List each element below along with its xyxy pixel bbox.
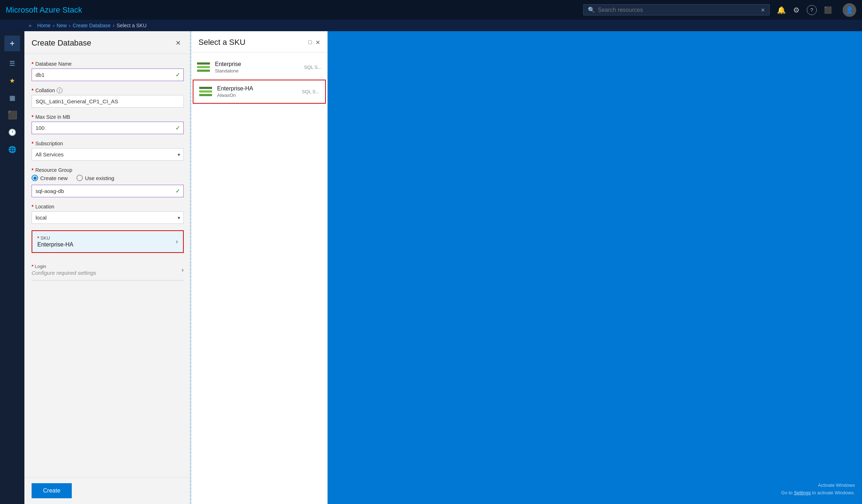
max-size-input[interactable] (32, 122, 184, 134)
sku-value: Enterprise-HA (37, 241, 73, 248)
sku-item-enterprise-ha[interactable]: Enterprise-HA AlwasOn SQL S... (193, 80, 326, 104)
sku-icon-ha-bar-2 (199, 90, 212, 93)
sku-field-label: * SKU (37, 235, 73, 241)
subscription-label-text: Subscription (35, 141, 63, 146)
create-button[interactable]: Create (32, 483, 72, 498)
blue-background-area (328, 31, 862, 504)
create-database-panel-header: Create Database ✕ (24, 31, 191, 54)
sku-label-text: SKU (41, 235, 50, 241)
create-database-close-button[interactable]: ✕ (173, 38, 184, 48)
activate-windows-line1: Activate Windows (781, 482, 855, 489)
required-star-login: * (32, 264, 33, 269)
sku-field[interactable]: * SKU Enterprise-HA › (32, 230, 184, 253)
required-star-rg: * (32, 167, 33, 173)
required-star-sku: * (37, 235, 39, 241)
use-existing-radio[interactable]: Use existing (76, 175, 114, 181)
sidebar-item-dashboard[interactable]: ▦ (4, 90, 20, 106)
required-star-name: * (32, 61, 33, 67)
breadcrumb-create-database[interactable]: Create Database (73, 23, 111, 28)
login-field[interactable]: * Login Configure required settings › (32, 259, 184, 281)
topbar-icons: 🔔 ⚙ ? ⬛ 👤 (777, 3, 856, 17)
breadcrumb-select-sku: Select a SKU (117, 23, 146, 28)
dashboard-icon: ▦ (9, 94, 15, 102)
search-bar[interactable]: 🔍 ✕ (583, 4, 770, 15)
collation-input[interactable] (32, 95, 184, 108)
breadcrumb-home[interactable]: Home (37, 23, 51, 28)
sku-icon-bar-3 (197, 70, 210, 72)
subscription-select[interactable]: All Services (32, 148, 184, 161)
search-icon: 🔍 (588, 6, 595, 13)
create-database-form: * Database Name ✓ * Collation i (24, 54, 191, 477)
sku-enterprise-subtitle: Standalone (215, 68, 239, 74)
breadcrumb-sep-2: › (69, 23, 71, 28)
login-value: Configure required settings (32, 270, 96, 276)
bell-icon[interactable]: 🔔 (777, 6, 786, 14)
required-star-location: * (32, 204, 33, 209)
sku-icon-bar-2 (197, 66, 210, 68)
sku-list: Enterprise Standalone SQL S... (191, 52, 327, 108)
sku-enterprise-ha-name: Enterprise-HA (217, 85, 297, 92)
activate-windows-go-to: Go to (781, 490, 794, 495)
panel-divider (190, 31, 191, 504)
subscription-select-wrapper: All Services ▾ (32, 148, 184, 161)
database-name-label-text: Database Name (35, 61, 71, 67)
gear-icon[interactable]: ⚙ (793, 6, 800, 14)
help-icon[interactable]: ? (807, 5, 817, 15)
sku-panel-title: Select a SKU (198, 38, 245, 47)
plus-icon: + (10, 38, 15, 48)
create-database-footer: Create (24, 477, 191, 504)
sku-panel-minimize-button[interactable]: □ (308, 39, 312, 46)
resource-group-input[interactable] (32, 185, 184, 197)
activate-windows-settings-link[interactable]: Settings (794, 490, 811, 495)
sidebar-item-menu[interactable]: ☰ (4, 56, 20, 71)
create-database-title: Create Database (32, 38, 91, 48)
avatar-icon: 👤 (845, 6, 853, 14)
sku-enterprise-ha-subtitle: AlwasOn (217, 93, 236, 98)
location-group: * Location local ▾ (32, 204, 184, 224)
use-existing-radio-circle (76, 175, 83, 181)
collation-info-icon[interactable]: i (57, 88, 62, 93)
breadcrumb-sep-3: › (113, 23, 114, 28)
breadcrumb-new[interactable]: New (57, 23, 67, 28)
sku-item-enterprise[interactable]: Enterprise Standalone SQL S... (191, 56, 327, 79)
app-title: Microsoft Azure Stack (6, 5, 82, 15)
sku-panel-close-button[interactable]: ✕ (315, 39, 320, 46)
resources-icon: ⬛ (8, 110, 17, 120)
database-name-input-wrapper: ✓ (32, 69, 184, 81)
avatar[interactable]: 👤 (843, 3, 856, 17)
globe-icon: 🌐 (8, 146, 16, 154)
database-name-input[interactable] (32, 69, 184, 81)
topbar: Microsoft Azure Stack 🔍 ✕ 🔔 ⚙ ? ⬛ 👤 (0, 0, 862, 20)
location-select[interactable]: local (32, 211, 184, 224)
create-new-radio[interactable]: Create new (32, 175, 68, 181)
sidebar-item-resources[interactable]: ⬛ (4, 107, 20, 123)
sidebar-item-favorites[interactable]: ★ (4, 73, 20, 89)
max-size-label: * Max Size in MB (32, 114, 184, 120)
sku-panel-actions: □ ✕ (308, 39, 320, 46)
sku-enterprise-ha-icon (199, 87, 212, 97)
breadcrumb-expand[interactable]: » (29, 23, 32, 28)
resource-group-input-wrapper: ✓ (32, 185, 184, 197)
max-size-check-icon: ✓ (175, 124, 180, 131)
sidebar-add-button[interactable]: + (4, 36, 20, 51)
sku-enterprise-type: SQL S... (304, 65, 322, 70)
location-label: * Location (32, 204, 184, 209)
required-star-subscription: * (32, 141, 33, 146)
search-input[interactable] (598, 7, 761, 13)
sidebar-item-globe[interactable]: 🌐 (4, 142, 20, 157)
breadcrumb: » Home › New › Create Database › Select … (0, 20, 862, 31)
database-name-check-icon: ✓ (175, 71, 180, 78)
collation-label-text: Collation (35, 88, 55, 93)
search-clear-icon[interactable]: ✕ (761, 7, 765, 13)
activate-windows-line2: Go to Settings to activate Windows. (781, 489, 855, 497)
create-new-radio-circle (32, 175, 38, 181)
portal-icon[interactable]: ⬛ (824, 6, 832, 14)
sku-enterprise-ha-sub: AlwasOn (217, 93, 297, 98)
sku-enterprise-ha-type: SQL S... (302, 89, 319, 94)
resource-group-label-text: Resource Group (35, 167, 72, 173)
collation-group: * Collation i (32, 88, 184, 108)
login-label-text: Login (35, 264, 46, 269)
create-database-panel: Create Database ✕ * Database Name ✓ (24, 31, 191, 504)
location-select-wrapper: local ▾ (32, 211, 184, 224)
sidebar-item-history[interactable]: 🕐 (4, 124, 20, 140)
